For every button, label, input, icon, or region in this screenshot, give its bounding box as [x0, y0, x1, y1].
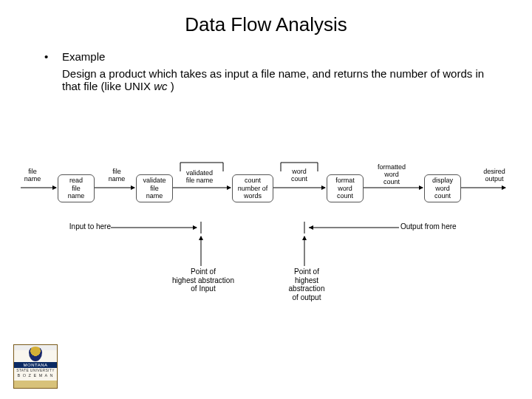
page-title: Data Flow Analysis — [0, 13, 532, 36]
label-formatted: formattedwordcount — [369, 164, 414, 186]
bullet-text-post: ) — [168, 80, 174, 92]
box-display: displaywordcount — [424, 174, 461, 202]
logo-montana-state: MONTANA STATE UNIVERSITY B O Z E M A N — [13, 344, 58, 389]
label-desired: desiredoutput — [476, 168, 513, 183]
box-read: readfilename — [58, 174, 95, 202]
svg-marker-16 — [309, 225, 313, 230]
logo-shield-icon — [29, 347, 42, 361]
label-file-name-mid: filename — [102, 168, 132, 183]
box-format: formatwordcount — [327, 174, 364, 202]
box-count: countnumber ofwords — [232, 174, 273, 202]
bullet-dot: • — [44, 50, 62, 64]
box-validate: validatefilename — [136, 174, 173, 202]
logo-name: MONTANA — [14, 362, 57, 368]
bullet-body: Design a product which takes as input a … — [62, 67, 502, 92]
bullet-label: Example — [62, 50, 105, 64]
logo-sub: STATE UNIVERSITY — [14, 368, 57, 372]
label-word-count: wordcount — [281, 168, 318, 183]
label-file-name-in: filename — [18, 168, 47, 183]
diagram: filename filename validatedfile name wor… — [15, 148, 517, 318]
label-validated: validatedfile name — [176, 170, 223, 185]
logo-city: B O Z E M A N — [14, 373, 57, 378]
bullet-text-pre: Design a product which takes as input a … — [62, 67, 484, 92]
bullet-block: • Example — [44, 50, 502, 64]
bullet-text-italic: wc — [154, 80, 167, 92]
ann-input-to-here: Input to here — [59, 222, 111, 231]
ann-output-from-here: Output from here — [400, 222, 482, 231]
ann-poi-input: Point ofhighest abstractionof Input — [163, 267, 244, 293]
ann-poi-output: Point ofhighestabstractionof output — [266, 267, 347, 301]
